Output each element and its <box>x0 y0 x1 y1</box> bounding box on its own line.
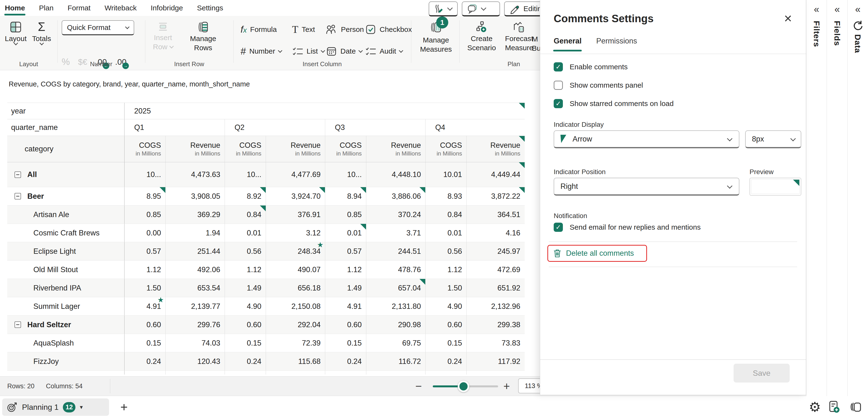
pivot-cell[interactable]: 4,477.69 <box>266 162 325 187</box>
pivot-cell[interactable]: 0.15 <box>225 334 266 352</box>
manage-rows-button[interactable]: Manage Rows <box>182 20 224 52</box>
row-header-eclipse-light[interactable]: Eclipse Light <box>7 242 125 260</box>
measure-header-cogs[interactable]: COGSin Millions <box>426 136 467 162</box>
pivot-cell[interactable]: 299.38 <box>467 316 525 334</box>
pivot-cell[interactable]: 2,150.08 <box>266 297 325 315</box>
pivot-cell[interactable]: 4,449.44 <box>467 162 525 187</box>
measure-header-cogs[interactable]: COGSin Millions <box>225 136 266 162</box>
checkbox-checked[interactable]: ✓ <box>554 223 563 232</box>
indicator-position-dropdown[interactable]: Right <box>554 178 739 196</box>
indicator-size-dropdown[interactable]: 8px <box>745 130 801 148</box>
pivot-cell[interactable]: 0.15 <box>325 334 366 352</box>
pivot-cell[interactable]: 1.12 <box>426 260 467 279</box>
zoom-slider-handle[interactable] <box>458 381 469 392</box>
pivot-cell[interactable]: 1.49 <box>325 279 366 297</box>
pivot-cell[interactable]: 299.76 <box>166 316 225 334</box>
pivot-cell[interactable]: 3.12 <box>266 224 325 242</box>
panel-checkbox-1[interactable]: Show comments panel <box>554 81 674 90</box>
panel-checkbox-0[interactable]: ✓Enable comments <box>554 62 674 71</box>
pivot-cell[interactable]: 0.57 <box>325 242 366 260</box>
collapse-toggle[interactable] <box>14 193 21 200</box>
pivot-cell[interactable]: 115.68 <box>266 352 325 371</box>
row-header-beer[interactable]: Beer <box>7 187 125 205</box>
insert-audit-column-button[interactable]: Audit <box>365 44 403 58</box>
close-icon[interactable]: × <box>779 10 797 27</box>
measure-header-cogs[interactable]: COGSin Millions <box>125 136 166 162</box>
expand-panel-icon[interactable]: « <box>814 4 819 14</box>
add-sheet-button[interactable]: + <box>116 396 132 418</box>
row-header-old-mill-stout[interactable]: Old Mill Stout <box>7 260 125 279</box>
pivot-cell[interactable]: 8.92 <box>225 187 266 205</box>
pivot-cell[interactable]: 10... <box>325 162 366 187</box>
panel-checkbox-2[interactable]: ✓Show starred comments on load <box>554 99 674 108</box>
pivot-cell[interactable]: 73.83 <box>467 334 525 352</box>
insert-number-column-button[interactable]: # Number <box>241 44 282 58</box>
year-header-cell[interactable]: year <box>7 103 125 119</box>
row-header-hard-seltzer[interactable]: Hard Seltzer <box>7 316 125 334</box>
pivot-cell[interactable]: 2,132.96 <box>467 297 525 315</box>
pivot-cell[interactable]: 0.15 <box>125 334 166 352</box>
manage-measures-button[interactable]: 1 Manage Measures <box>414 20 458 54</box>
totals-button[interactable]: Σ Totals <box>30 20 53 45</box>
pivot-cell[interactable]: 2,131.80 <box>366 297 426 315</box>
quarter-cell-q4[interactable]: Q4 <box>426 119 525 136</box>
pivot-cell[interactable]: 3,872.22 <box>467 187 525 205</box>
comments-mode-button[interactable] <box>462 1 500 16</box>
pivot-cell[interactable]: 0.24 <box>325 352 366 371</box>
pivot-cell[interactable]: 8.93 <box>426 187 467 205</box>
row-header-summit-lager[interactable]: Summit Lager <box>7 297 125 315</box>
pivot-cell[interactable]: 0.24 <box>225 352 266 371</box>
notification-checkbox[interactable]: ✓Send email for new replies and mentions <box>554 223 701 232</box>
pivot-cell[interactable]: 2,139.77 <box>166 297 225 315</box>
fields-panel-collapsed[interactable]: « Fields <box>827 0 847 396</box>
pivot-cell[interactable]: 490.07 <box>266 260 325 279</box>
measure-header-revenue[interactable]: Revenuein Millions <box>366 136 426 162</box>
insert-row-button[interactable]: Insert Row <box>148 20 178 51</box>
pivot-cell[interactable]: 0.84 <box>426 206 467 223</box>
pivot-cell[interactable]: 0.60 <box>426 316 467 334</box>
pivot-cell[interactable]: 0.56 <box>225 242 266 260</box>
pivot-cell[interactable]: 0.84 <box>225 206 266 223</box>
pivot-cell[interactable]: 656.18 <box>266 279 325 297</box>
pivot-cell[interactable]: 10... <box>225 162 266 187</box>
pivot-cell[interactable]: 10.01 <box>426 162 467 187</box>
pivot-cell[interactable]: 1.50 <box>125 279 166 297</box>
save-button[interactable]: Save <box>734 364 790 383</box>
pivot-cell[interactable]: 1.12 <box>125 260 166 279</box>
create-scenario-button[interactable]: Create Scenario <box>465 20 499 52</box>
category-header-cell[interactable]: category <box>7 136 125 162</box>
row-header-aquasplash[interactable]: AquaSplash <box>7 334 125 352</box>
insert-date-column-button[interactable]: Date <box>326 44 362 58</box>
quarter-cell-q1[interactable]: Q1 <box>125 119 225 136</box>
pivot-cell[interactable]: 657.04 <box>366 279 426 297</box>
pivot-cell[interactable]: 0.24 <box>125 352 166 371</box>
menu-settings[interactable]: Settings <box>197 0 223 16</box>
checkbox-checked[interactable]: ✓ <box>554 62 563 71</box>
pivot-cell[interactable]: 492.06 <box>166 260 225 279</box>
pivot-cell[interactable]: 248.34★ <box>266 242 325 260</box>
expand-panel-icon[interactable]: « <box>855 4 861 14</box>
caret-down-icon[interactable]: ▾ <box>80 404 83 411</box>
pivot-cell[interactable]: 0.00 <box>125 224 166 242</box>
delete-all-comments-button[interactable]: Delete all comments <box>566 249 634 258</box>
year-value-cell[interactable]: 2025 <box>125 103 525 119</box>
pivot-cell[interactable]: 0.57 <box>125 242 166 260</box>
collapse-toggle[interactable] <box>14 321 21 328</box>
menu-writeback[interactable]: Writeback <box>104 0 136 16</box>
writeback-mode-button[interactable] <box>429 1 458 16</box>
menu-format[interactable]: Format <box>67 0 90 16</box>
menu-plan[interactable]: Plan <box>39 0 54 16</box>
pivot-cell[interactable]: 0.01 <box>225 224 266 242</box>
pivot-cell[interactable]: 74.03 <box>166 334 225 352</box>
pivot-cell[interactable]: 4,448.10 <box>366 162 426 187</box>
pivot-cell[interactable]: 8.95 <box>125 187 166 205</box>
pivot-cell[interactable]: 4.16 <box>467 224 525 242</box>
tab-general[interactable]: General <box>554 37 582 45</box>
data-panel-collapsed[interactable]: « Data <box>847 0 868 396</box>
pivot-cell[interactable]: 0.24 <box>426 352 467 371</box>
pivot-cell[interactable]: 69.75 <box>366 334 426 352</box>
pivot-cell[interactable]: 244.51 <box>366 242 426 260</box>
quarter-cell-q3[interactable]: Q3 <box>325 119 426 136</box>
checkbox-checked[interactable]: ✓ <box>554 99 563 108</box>
measure-header-revenue[interactable]: Revenuein Millions <box>166 136 225 162</box>
